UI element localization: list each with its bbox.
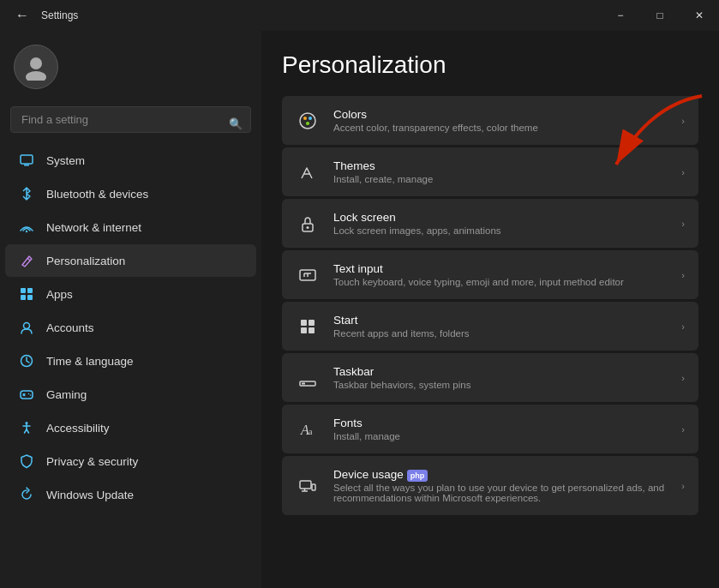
- chevron-right-icon: ›: [681, 167, 685, 177]
- colors-icon: [296, 109, 320, 133]
- titlebar-controls: − □ ✕: [601, 0, 719, 31]
- settings-list: Colors Accent color, transparency effect…: [282, 96, 698, 515]
- sidebar-label-bluetooth: Bluetooth & devices: [46, 188, 148, 201]
- svg-point-18: [26, 422, 28, 424]
- setting-item-start[interactable]: Start Recent apps and items, folders ›: [282, 302, 698, 351]
- sidebar-label-windows-update: Windows Update: [46, 489, 134, 501]
- sidebar-item-system[interactable]: System: [5, 144, 256, 177]
- sidebar-label-apps: Apps: [46, 288, 73, 301]
- setting-text-taskbar: Taskbar Taskbar behaviors, system pins: [333, 365, 668, 390]
- network-icon: [19, 219, 34, 235]
- nav-list: System Bluetooth & devices Network & int…: [0, 143, 261, 512]
- titlebar-title: Settings: [41, 9, 78, 21]
- svg-point-26: [309, 117, 312, 120]
- svg-point-10: [24, 323, 30, 329]
- sidebar-label-accessibility: Accessibility: [46, 422, 110, 435]
- maximize-button[interactable]: □: [640, 0, 680, 31]
- close-button[interactable]: ✕: [680, 0, 719, 31]
- gaming-icon: [19, 387, 34, 402]
- svg-point-24: [300, 113, 315, 129]
- setting-subtitle-themes: Install, create, manage: [333, 174, 668, 184]
- sidebar-item-network[interactable]: Network & internet: [5, 211, 256, 243]
- windows-update-icon: [19, 487, 34, 502]
- setting-subtitle-device-usage: Select all the ways you plan to use your…: [333, 483, 668, 503]
- chevron-right-icon: ›: [681, 219, 685, 229]
- minimize-button[interactable]: −: [601, 0, 640, 31]
- svg-point-1: [26, 71, 46, 81]
- setting-subtitle-lock-screen: Lock screen images, apps, animations: [333, 225, 668, 236]
- privacy-icon: [19, 453, 34, 469]
- svg-point-25: [303, 117, 307, 120]
- setting-title-colors: Colors: [333, 108, 668, 121]
- sidebar-item-privacy[interactable]: Privacy & security: [5, 445, 256, 477]
- svg-rect-40: [302, 382, 305, 384]
- search-input[interactable]: [10, 106, 251, 133]
- system-icon: [19, 153, 34, 168]
- accounts-icon: [19, 320, 34, 335]
- svg-point-30: [307, 226, 309, 229]
- time-icon: [19, 353, 34, 369]
- sidebar-item-time[interactable]: Time & language: [5, 345, 256, 377]
- sidebar-item-windows-update[interactable]: Windows Update: [5, 478, 256, 511]
- svg-point-16: [28, 393, 30, 395]
- titlebar: ← Settings − □ ✕: [0, 0, 719, 31]
- sidebar-label-time: Time & language: [46, 355, 134, 368]
- setting-title-start: Start: [333, 314, 668, 327]
- svg-rect-36: [309, 320, 315, 326]
- svg-line-22: [27, 429, 29, 433]
- setting-item-themes[interactable]: Themes Install, create, manage ›: [282, 147, 698, 196]
- setting-item-colors[interactable]: Colors Accent color, transparency effect…: [282, 96, 698, 145]
- sidebar-item-accessibility[interactable]: Accessibility: [5, 411, 256, 444]
- sidebar-label-privacy: Privacy & security: [46, 455, 138, 468]
- taskbar-icon: [296, 366, 320, 390]
- user-profile[interactable]: [0, 31, 261, 103]
- sidebar-item-apps[interactable]: Apps: [5, 278, 256, 310]
- themes-icon: [296, 160, 320, 184]
- personalization-icon: [19, 253, 34, 268]
- setting-item-text-input[interactable]: Text input Touch keyboard, voice typing,…: [282, 250, 698, 299]
- sidebar-item-accounts[interactable]: Accounts: [5, 311, 256, 344]
- setting-title-themes: Themes: [333, 159, 668, 172]
- content-area: Personalization Colors Accent color, tra…: [261, 31, 719, 588]
- setting-subtitle-start: Recent apps and items, folders: [333, 328, 668, 339]
- setting-subtitle-text-input: Touch keyboard, voice typing, emoji and …: [333, 277, 668, 287]
- setting-item-device-usage[interactable]: Device usagephp Select all the ways you …: [282, 456, 698, 515]
- setting-item-taskbar[interactable]: Taskbar Taskbar behaviors, system pins ›: [282, 353, 698, 402]
- setting-title-text-input: Text input: [333, 262, 668, 275]
- apps-icon: [19, 286, 34, 302]
- search-container: 🔍: [0, 103, 261, 143]
- setting-item-lock-screen[interactable]: Lock screen Lock screen images, apps, an…: [282, 199, 698, 248]
- sidebar-label-system: System: [46, 154, 85, 167]
- setting-text-fonts: Fonts Install, manage: [333, 417, 668, 441]
- setting-subtitle-colors: Accent color, transparency effects, colo…: [333, 123, 668, 133]
- start-icon: [296, 315, 320, 339]
- setting-subtitle-taskbar: Taskbar behaviors, system pins: [333, 380, 668, 390]
- setting-text-start: Start Recent apps and items, folders: [333, 314, 668, 339]
- main-layout: 🔍 System Bluetooth & devices Network & i…: [0, 31, 719, 588]
- fonts-icon: Aa: [296, 417, 320, 441]
- chevron-right-icon: ›: [681, 270, 685, 280]
- chevron-right-icon: ›: [681, 373, 685, 383]
- svg-rect-38: [309, 327, 315, 333]
- svg-point-0: [30, 57, 42, 69]
- bluetooth-icon: [19, 186, 34, 201]
- sidebar-label-accounts: Accounts: [46, 321, 94, 334]
- svg-point-4: [26, 231, 27, 232]
- svg-rect-6: [21, 288, 26, 293]
- svg-point-17: [30, 394, 32, 396]
- svg-rect-43: [300, 481, 311, 489]
- sidebar-item-gaming[interactable]: Gaming: [5, 378, 256, 411]
- back-button[interactable]: ←: [10, 3, 34, 27]
- sidebar-item-personalization[interactable]: Personalization: [5, 244, 256, 277]
- svg-point-27: [306, 122, 309, 125]
- sidebar-item-bluetooth[interactable]: Bluetooth & devices: [5, 177, 256, 210]
- setting-item-fonts[interactable]: Aa Fonts Install, manage ›: [282, 405, 698, 453]
- sidebar-label-gaming: Gaming: [46, 388, 87, 401]
- setting-title-fonts: Fonts: [333, 417, 668, 429]
- setting-title-taskbar: Taskbar: [333, 365, 668, 378]
- page-title: Personalization: [282, 51, 698, 79]
- setting-title-device-usage: Device usagephp: [333, 468, 668, 481]
- setting-text-lock-screen: Lock screen Lock screen images, apps, an…: [333, 211, 668, 236]
- accessibility-icon: [19, 420, 34, 435]
- titlebar-left: ← Settings: [10, 3, 78, 27]
